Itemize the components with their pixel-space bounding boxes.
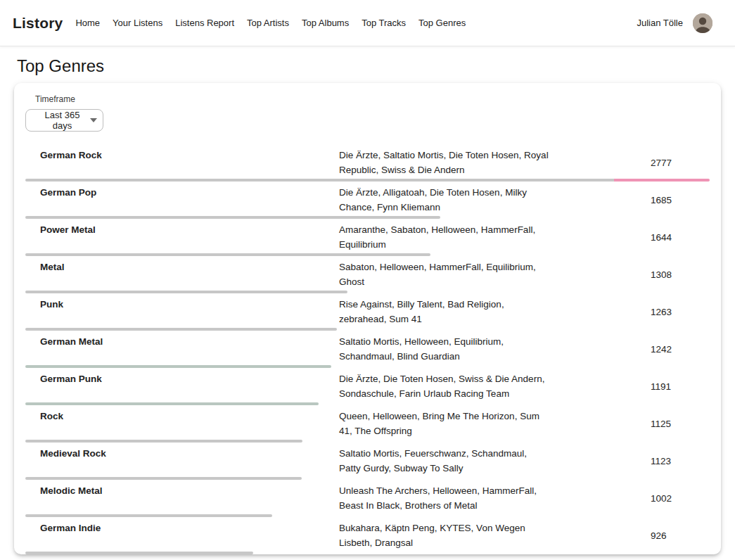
- genre-row: German Metal Saltatio Mortis, Helloween,…: [25, 331, 710, 368]
- genre-row: Melodic Metal Unleash The Archers, Hello…: [25, 480, 710, 517]
- genre-count: 2777: [651, 158, 710, 168]
- genre-count: 1242: [651, 344, 710, 355]
- genre-artists: Bukahara, Käptn Peng, KYTES, Von Wegen L…: [339, 521, 550, 550]
- page-title: Top Genres: [17, 56, 735, 76]
- nav-your-listens[interactable]: Your Listens: [113, 18, 162, 28]
- genre-row: Power Metal Amaranthe, Sabaton, Hellowee…: [25, 219, 710, 256]
- genre-name: German Punk: [25, 371, 339, 386]
- genre-artists: Amaranthe, Sabaton, Helloween, HammerFal…: [339, 222, 550, 252]
- nav-top-artists[interactable]: Top Artists: [247, 18, 289, 28]
- timeframe-select[interactable]: Last 365 days: [25, 109, 103, 132]
- genre-artists: Unleash The Archers, Helloween, HammerFa…: [339, 483, 550, 513]
- timeframe-select-value: Last 365 days: [34, 110, 90, 131]
- genre-row: German Rock Die Ärzte, Saltatio Mortis, …: [25, 144, 710, 182]
- genre-name: German Metal: [25, 334, 339, 349]
- genre-name: Punk: [25, 297, 339, 312]
- genre-artists: Saltatio Mortis, Helloween, Equilibrium,…: [339, 334, 550, 364]
- genre-name: Power Metal: [25, 222, 339, 237]
- genre-artists: Rise Against, Billy Talent, Bad Religion…: [339, 297, 550, 326]
- user-area: Julian Tölle: [637, 13, 712, 33]
- top-genres-card: Timeframe Last 365 days German Rock Die …: [14, 83, 721, 554]
- user-avatar[interactable]: [693, 13, 712, 33]
- genre-row: German Indie Bukahara, Käptn Peng, KYTES…: [25, 517, 710, 554]
- genre-progress-bar: [25, 552, 253, 554]
- genre-row: Metal Sabaton, Helloween, HammerFall, Eq…: [25, 256, 710, 293]
- genre-count: 1123: [651, 456, 710, 466]
- genre-name: Metal: [25, 260, 339, 274]
- genre-row: Rock Queen, Helloween, Bring Me The Hori…: [25, 405, 710, 443]
- nav-listens-report[interactable]: Listens Report: [175, 18, 234, 28]
- genre-row: German Pop Die Ärzte, Alligatoah, Die To…: [25, 182, 710, 219]
- avatar-photo-icon: [693, 13, 712, 33]
- genre-row: German Punk Die Ärzte, Die Toten Hosen, …: [25, 368, 710, 405]
- main-nav: Home Your Listens Listens Report Top Art…: [75, 18, 466, 28]
- genre-artists: Die Ärzte, Saltatio Mortis, Die Toten Ho…: [339, 148, 550, 177]
- genre-artists: Queen, Helloween, Bring Me The Horizon, …: [339, 409, 550, 438]
- genre-row: Punk Rise Against, Billy Talent, Bad Rel…: [25, 293, 710, 331]
- timeframe-label: Timeframe: [35, 94, 710, 104]
- genre-name: German Rock: [25, 148, 339, 163]
- genre-artists: Die Ärzte, Alligatoah, Die Toten Hosen, …: [339, 185, 550, 215]
- genre-count: 1002: [651, 493, 710, 504]
- nav-top-tracks[interactable]: Top Tracks: [362, 18, 406, 28]
- genre-artists: Saltatio Mortis, Feuerschwanz, Schandmau…: [339, 446, 550, 476]
- nav-top-genres[interactable]: Top Genres: [418, 18, 466, 28]
- chevron-down-icon: [90, 118, 97, 122]
- genre-name: German Pop: [25, 185, 339, 200]
- nav-home[interactable]: Home: [75, 18, 100, 28]
- genre-count: 926: [651, 530, 710, 541]
- nav-top-albums[interactable]: Top Albums: [302, 18, 349, 28]
- app-logo[interactable]: Listory: [13, 15, 63, 32]
- genre-count: 1308: [651, 269, 710, 280]
- app-bar: Listory Home Your Listens Listens Report…: [0, 0, 735, 46]
- genre-table: German Rock Die Ärzte, Saltatio Mortis, …: [25, 144, 710, 554]
- genre-name: Medieval Rock: [25, 446, 339, 461]
- genre-count: 1125: [651, 419, 710, 429]
- genre-count: 1644: [651, 232, 710, 243]
- genre-count: 1263: [651, 307, 710, 317]
- genre-row: Medieval Rock Saltatio Mortis, Feuerschw…: [25, 443, 710, 480]
- genre-count: 1685: [651, 195, 710, 205]
- genre-artists: Sabaton, Helloween, HammerFall, Equilibr…: [339, 260, 550, 289]
- genre-name: German Indie: [25, 521, 339, 535]
- genre-artists: Die Ärzte, Die Toten Hosen, Swiss & Die …: [339, 371, 550, 401]
- genre-count: 1191: [651, 381, 710, 392]
- genre-name: Rock: [25, 409, 339, 424]
- genre-name: Melodic Metal: [25, 483, 339, 498]
- user-name: Julian Tölle: [637, 18, 683, 28]
